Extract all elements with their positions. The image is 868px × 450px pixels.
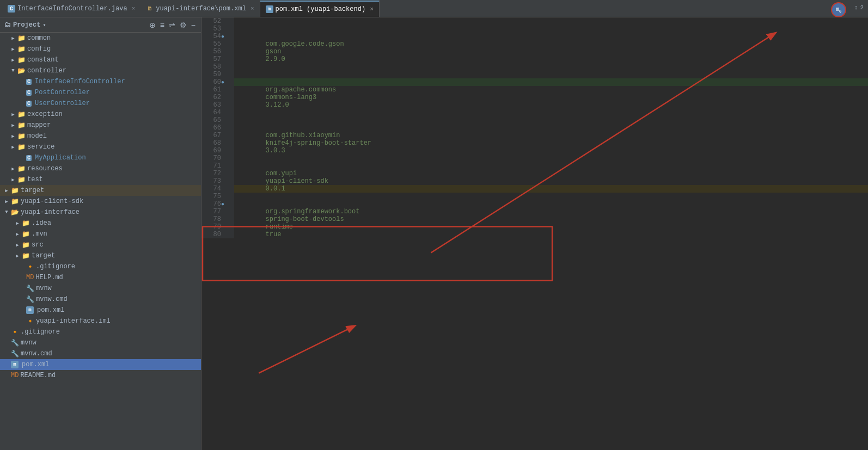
gutter-70 [221, 155, 234, 162]
tab-label: yuapi-interface\pom.xml [156, 5, 246, 13]
tree-item-yuapi-client-sdk[interactable]: ▶ 📁 yuapi-client-sdk [0, 196, 201, 207]
tab-pom-backend[interactable]: m pom.xml (yuapi-backend) × [260, 1, 380, 17]
gutter-62 [221, 94, 234, 101]
tree-item-yuapi-interface[interactable]: ▼ 📂 yuapi-interface [0, 207, 201, 218]
tree-item-controller[interactable]: ▼ 📂 controller [0, 65, 201, 76]
line-number-59: 59 [201, 71, 221, 78]
code-content-76 [234, 200, 868, 208]
tree-root: ▶ 📁 common ▶ 📁 config ▶ 📁 constant [0, 33, 201, 381]
tree-label: test [27, 176, 43, 183]
code-line-72: 72 com.yupi [201, 170, 868, 177]
tree-item-readme[interactable]: MD README.md [0, 370, 201, 381]
code-line-54: 54● [201, 33, 868, 40]
tree-item-pom-selected[interactable]: m pom.xml [0, 359, 201, 370]
gutter-66 [221, 124, 234, 132]
tree-item-post-controller[interactable]: C PostController [0, 87, 201, 98]
tab-close-btn[interactable]: × [250, 5, 254, 12]
code-content-80: true [234, 231, 868, 238]
line-number-77: 77 [201, 208, 221, 215]
scope-icon-btn[interactable]: ⊕ [148, 20, 157, 30]
settings-btn[interactable]: ⚙ [179, 20, 188, 30]
code-content-58 [234, 63, 868, 71]
tree-item-interface-controller[interactable]: C InterfaceInfoController [0, 76, 201, 87]
tree-item-iml[interactable]: 🔸 yuapi-interface.iml [0, 316, 201, 326]
code-content-79: runtime [234, 223, 868, 231]
tab-interface-controller[interactable]: C InterfaceInfoController.java × [2, 1, 140, 17]
tree-item-gitignore-inner[interactable]: 🔸 .gitignore [0, 261, 201, 272]
tree-label: .mvn [32, 230, 47, 238]
gutter-72 [221, 170, 234, 177]
tree-item-src[interactable]: ▶ 📁 src [0, 239, 201, 250]
expand-arrow: ▼ [2, 209, 11, 215]
tree-item-myapplication[interactable]: C MyApplication [0, 152, 201, 163]
tree-item-test[interactable]: ▶ 📁 test [0, 174, 201, 185]
tree-item-mvnw-outer[interactable]: 🔧 mvnw [0, 337, 201, 348]
line-number-69: 69 [201, 147, 221, 155]
gutter-57 [221, 56, 234, 63]
tree-item-model[interactable]: ▶ 📁 model [0, 131, 201, 141]
tree-label: exception [27, 110, 63, 118]
folder-icon: 📁 [22, 241, 30, 249]
avatar-badge[interactable]: mG [831, 2, 846, 17]
sidebar-header: 🗂 Project ▾ ⊕ ≡ ⇌ ⚙ − [0, 17, 201, 33]
tree-item-helpmd[interactable]: MD HELP.md [0, 272, 201, 283]
tree-item-mvnwcmd-inner[interactable]: 🔧 mvnw.cmd [0, 294, 201, 305]
tree-item-common[interactable]: ▶ 📁 common [0, 33, 201, 44]
tree-label: yuapi-interface.iml [36, 317, 111, 325]
tree-item-config[interactable]: ▶ 📁 config [0, 44, 201, 54]
tab-bar: C InterfaceInfoController.java × 🗎 yuapi… [0, 0, 868, 17]
tree-item-mvnw-inner[interactable]: 🔧 mvnw [0, 283, 201, 294]
gutter-56 [221, 48, 234, 56]
gutter-71 [221, 162, 234, 170]
tree-item-service[interactable]: ▶ 📁 service [0, 141, 201, 152]
sidebar-action-buttons: ⊕ ≡ ⇌ ⚙ − [148, 20, 197, 30]
tree-item-pom-inner[interactable]: m pom.xml [0, 305, 201, 316]
project-label: Project [13, 21, 40, 29]
code-line-71: 71 [201, 162, 868, 170]
git-file-icon: 🔸 [26, 263, 34, 271]
close-sidebar-btn[interactable]: − [190, 20, 197, 30]
folder-icon: 📁 [22, 252, 30, 260]
gutter-77 [221, 208, 234, 215]
collapse-all-btn[interactable]: ≡ [159, 20, 166, 30]
tree-label: config [27, 45, 51, 53]
tab-close-btn[interactable]: × [370, 6, 374, 13]
collapse-arrow: ▶ [9, 177, 17, 183]
code-content-65 [234, 116, 868, 124]
tree-item-mvnwcmd-outer[interactable]: 🔧 mvnw.cmd [0, 348, 201, 359]
code-content-78: spring-boot-devtools [234, 215, 868, 223]
tree-label: mvnw [36, 285, 52, 292]
gutter-74 [221, 185, 234, 193]
class-icon: C [26, 155, 32, 161]
folder-icon: 📁 [17, 45, 26, 53]
dropdown-arrow[interactable]: ▾ [42, 22, 46, 28]
tree-item-target-inner[interactable]: ▶ 📁 target [0, 250, 201, 261]
tree-label: yuapi-client-sdk [21, 198, 83, 205]
gutter-68 [221, 139, 234, 147]
tab-close-btn[interactable]: × [132, 5, 136, 12]
java-file-icon: C [8, 5, 15, 13]
tree-item-user-controller[interactable]: C UserController [0, 98, 201, 109]
line-number-62: 62 [201, 94, 221, 101]
project-icon: 🗂 [4, 21, 11, 29]
code-content-area[interactable]: 52 53 54● 55 com.google.code.gson56 gson… [201, 17, 868, 450]
tree-item-idea[interactable]: ▶ 📁 .idea [0, 218, 201, 229]
tree-item-gitignore-outer[interactable]: 🔸 .gitignore [0, 326, 201, 337]
tree-label: pom.xml [22, 361, 49, 368]
tree-item-resources[interactable]: ▶ 📁 resources [0, 163, 201, 174]
class-icon: C [26, 90, 32, 96]
tree-label: MyApplication [35, 154, 86, 162]
code-line-78: 78 spring-boot-devtools [201, 215, 868, 223]
tab-yuapi-interface-pom[interactable]: 🗎 yuapi-interface\pom.xml × [140, 1, 259, 17]
code-content-54 [234, 33, 868, 40]
tree-item-mvn[interactable]: ▶ 📁 .mvn [0, 229, 201, 239]
tree-item-mapper[interactable]: ▶ 📁 mapper [0, 120, 201, 131]
tree-item-constant[interactable]: ▶ 📁 constant [0, 54, 201, 65]
tree-item-target[interactable]: ▶ 📁 target [0, 185, 201, 196]
tree-item-exception[interactable]: ▶ 📁 exception [0, 109, 201, 120]
expand-btn[interactable]: ⇌ [168, 20, 176, 30]
line-number-68: 68 [201, 139, 221, 147]
tree-label: service [27, 143, 54, 151]
gutter-75 [221, 193, 234, 200]
code-line-73: 73 yuapi-client-sdk [201, 177, 868, 185]
